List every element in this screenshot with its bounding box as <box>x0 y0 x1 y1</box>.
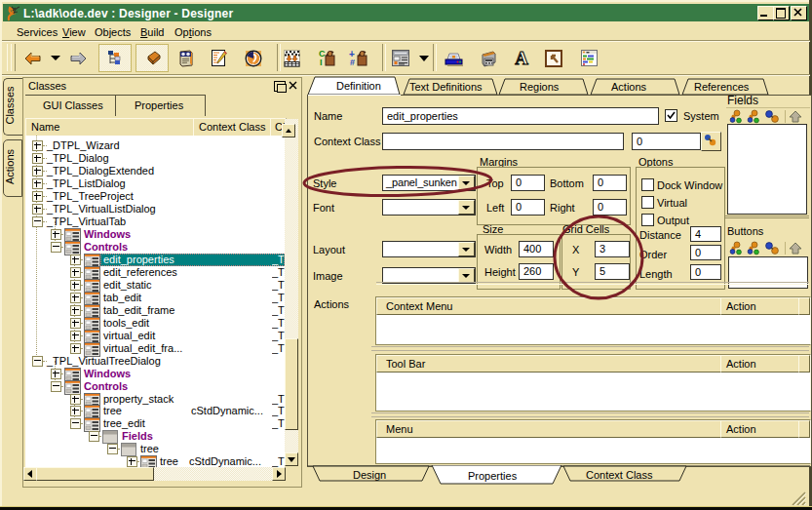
svg-text:I: I <box>320 58 323 67</box>
svg-text:A: A <box>515 48 528 67</box>
svg-text:#: # <box>350 58 355 67</box>
